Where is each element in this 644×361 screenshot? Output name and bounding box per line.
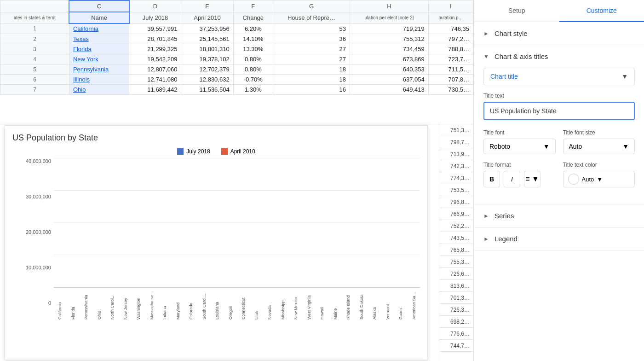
title-color-select[interactable]: Auto ▼ [563, 171, 635, 187]
x-axis-label: Maine [329, 290, 342, 320]
col-header-g[interactable]: G [273, 0, 350, 12]
x-axis-label: Connecticut [237, 290, 250, 320]
chart-style-header[interactable]: ► Chart style [474, 22, 644, 45]
table-row: 2 Texas 28,701,845 25,145,561 14.10% 36 … [0, 34, 473, 44]
table-row: 3 Florida 21,299,325 18,801,310 13.30% 2… [0, 44, 473, 54]
cell-house: 53 [273, 23, 350, 34]
font-row: Title font Roboto ▼ Title font size Auto… [483, 129, 635, 154]
cell-change: 13.30% [233, 44, 273, 54]
cell-name[interactable]: Illinois [69, 75, 129, 85]
cell-pop: 711,5… [428, 64, 473, 75]
align-button[interactable]: ≡ ▼ [524, 171, 540, 187]
right-number: 726,3… [439, 304, 473, 316]
italic-button[interactable]: I [504, 171, 520, 187]
x-axis-label: Mississippi [277, 290, 289, 320]
grid-lines [54, 158, 420, 287]
chart-legend: July 2018 April 2010 [12, 148, 420, 155]
x-axis-label: Utah [251, 290, 263, 320]
legend-header[interactable]: ► Legend [474, 227, 644, 250]
cell-change: 0.80% [233, 64, 273, 75]
col-header-c[interactable]: C [69, 0, 129, 12]
right-number: 701,3… [439, 292, 473, 304]
y-axis-label: 20,000,000 [26, 229, 51, 235]
col-header-h[interactable]: H [350, 0, 429, 12]
cell-row-num: 3 [0, 44, 69, 54]
x-axis-label: American Sa… [408, 290, 420, 320]
col-header-e[interactable]: E [181, 0, 233, 12]
right-numbers: 751,3…798,7…713,9…742,3…774,3…753,5…796,… [439, 124, 473, 361]
right-number: 743,5… [439, 232, 473, 244]
right-number: 765,8… [439, 244, 473, 256]
y-axis-label: 0 [48, 300, 51, 306]
cell-name[interactable]: Ohio [69, 85, 129, 95]
x-axis-label: Hawaii [316, 290, 328, 320]
cell-name[interactable]: Pennsylvania [69, 64, 129, 75]
col-header-d[interactable]: D [129, 0, 181, 12]
chart-title-dropdown[interactable]: Chart title ▼ [483, 68, 635, 85]
series-header[interactable]: ► Series [474, 204, 644, 227]
cell-change: 1.30% [233, 85, 273, 95]
spreadsheet-table-container: C D E F G H I ates in states & territ Na… [0, 0, 473, 124]
cell-april2010: 37,253,956 [181, 23, 233, 34]
x-axis-label: Colorado [185, 290, 197, 320]
color-col: Title text color Auto ▼ [563, 162, 635, 187]
x-axis-label: North Carol… [106, 290, 119, 320]
bold-button[interactable]: B [483, 171, 500, 187]
title-font-select[interactable]: Roboto ▼ [483, 139, 556, 154]
title-font-size-value: Auto [569, 143, 582, 150]
y-axis-labels: 40,000,00030,000,00020,000,00010,000,000… [12, 158, 54, 320]
cell-pop: 788,8… [428, 44, 473, 54]
section-axis-titles: ▼ Chart & axis titles Chart title ▼ Titl… [474, 45, 644, 204]
color-value: Auto [582, 176, 594, 183]
chart-panel: US Population by State July 2018 April 2… [5, 125, 428, 360]
cell-row-num: 7 [0, 85, 69, 95]
cell-name[interactable]: Florida [69, 44, 129, 54]
x-axis-label: Ohio [93, 290, 106, 320]
col-header-b[interactable] [0, 0, 69, 12]
color-circle-icon [568, 174, 579, 185]
x-axis-label: Alaska [368, 290, 381, 320]
cell-change: 6.20% [233, 23, 273, 34]
cell-pop-per-elect: 640,353 [350, 64, 429, 75]
cell-row-num: 2 [0, 34, 69, 44]
cell-pop-per-elect: 734,459 [350, 44, 429, 54]
cell-pop-per-elect: 755,312 [350, 34, 429, 44]
legend-label: Legend [494, 235, 518, 243]
x-axis-label: Vermont [382, 290, 394, 320]
cell-july2018: 39,557,991 [129, 23, 181, 34]
chart-body: 40,000,00030,000,00020,000,00010,000,000… [12, 158, 420, 320]
format-col: Title format B I ≡ ▼ [483, 162, 556, 187]
chart-title-dropdown-label: Chart title [490, 73, 518, 80]
col-header-f[interactable]: F [233, 0, 273, 12]
table-row: 5 Pennsylvania 12,807,060 12,702,379 0.8… [0, 64, 473, 75]
cell-name[interactable]: California [69, 23, 129, 34]
right-number: 752,2… [439, 220, 473, 232]
table-row: 6 Illinois 12,741,080 12,830,632 -0.70% … [0, 75, 473, 85]
legend-april-label: April 2010 [230, 148, 255, 155]
col-subheader-f: Change [233, 12, 273, 23]
legend-blue-icon [177, 148, 184, 155]
tab-customize[interactable]: Customize [559, 0, 644, 22]
title-format-label: Title format [483, 162, 556, 168]
y-axis-label: 30,000,000 [26, 194, 51, 199]
grid-line [54, 222, 420, 223]
cell-name[interactable]: New York [69, 54, 129, 64]
spreadsheet-area: C D E F G H I ates in states & territ Na… [0, 0, 474, 361]
dropdown-chevron-icon: ▼ [621, 73, 628, 80]
cell-name[interactable]: Texas [69, 34, 129, 44]
right-number: 755,3… [439, 256, 473, 268]
col-subheader-e: April 2010 [181, 12, 233, 23]
cell-row-num: 4 [0, 54, 69, 64]
cell-april2010: 19,378,102 [181, 54, 233, 64]
title-font-size-select[interactable]: Auto ▼ [563, 139, 635, 154]
axis-titles-header[interactable]: ▼ Chart & axis titles [474, 45, 644, 68]
x-axis-label: Maryland [172, 290, 184, 320]
cell-pop-per-elect: 637,054 [350, 75, 429, 85]
cell-july2018: 12,807,060 [129, 64, 181, 75]
col-header-i[interactable]: I [428, 0, 473, 12]
spreadsheet-table: C D E F G H I ates in states & territ Na… [0, 0, 473, 95]
section-legend: ► Legend [474, 227, 644, 250]
tab-setup[interactable]: Setup [474, 0, 559, 22]
title-text-input[interactable] [483, 102, 635, 120]
cell-july2018: 21,299,325 [129, 44, 181, 54]
